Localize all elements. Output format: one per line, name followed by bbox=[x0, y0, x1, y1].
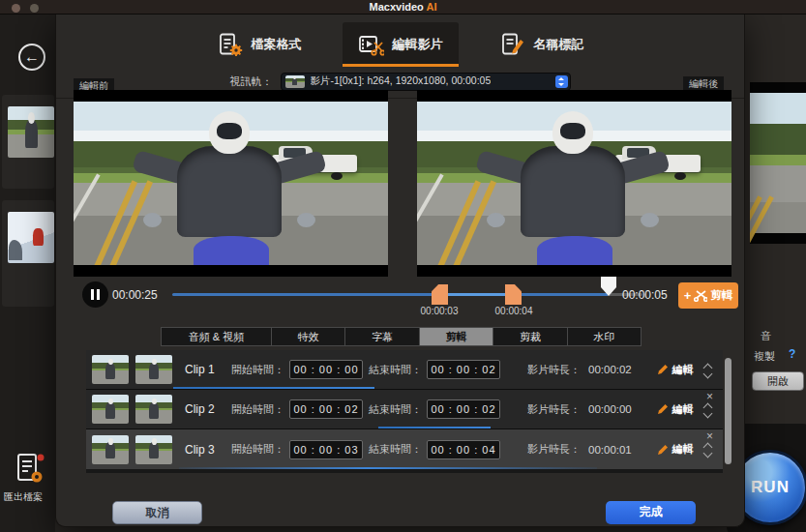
clip-frame-thumbnail bbox=[92, 395, 129, 424]
end-time-label: 結束時間： bbox=[369, 442, 422, 457]
clip-name: Clip 1 bbox=[185, 363, 231, 376]
pencil-icon bbox=[657, 403, 669, 415]
tab-subtitles[interactable]: 字幕 bbox=[344, 328, 418, 345]
tab-crop[interactable]: 剪裁 bbox=[493, 328, 566, 345]
video-track-label: 視訊軌： bbox=[230, 74, 273, 89]
reorder-controls bbox=[703, 401, 713, 419]
tab-audio-video[interactable]: 音頻 & 視頻 bbox=[162, 328, 271, 345]
video-frame bbox=[74, 102, 388, 265]
sidebar-clip-card-1[interactable] bbox=[2, 95, 54, 189]
edit-function-tabs: 音頻 & 視頻 特效 字幕 剪輯 剪裁 水印 bbox=[161, 327, 642, 346]
export-label: 匯出檔案 bbox=[0, 490, 55, 504]
cut-button[interactable]: + 剪輯 bbox=[678, 282, 738, 309]
clip-frame-thumbnail bbox=[135, 355, 172, 384]
video-frame bbox=[417, 102, 731, 265]
tab-file-format[interactable]: 檔案格式 bbox=[201, 22, 317, 67]
clip-frame-thumbnail bbox=[135, 435, 172, 464]
trim-end-handle[interactable] bbox=[505, 284, 522, 305]
track-value: 影片-1[0x1]: h264, 1920x1080, 00:00:05 bbox=[311, 74, 492, 88]
reorder-controls bbox=[703, 441, 713, 458]
export-file-icon[interactable] bbox=[15, 453, 45, 486]
reorder-controls bbox=[703, 362, 713, 379]
edit-clip-button[interactable]: 編輯 bbox=[657, 363, 694, 377]
tab-edit-video[interactable]: 編輯影片 bbox=[343, 22, 459, 67]
trim-start-time: 00:00:03 bbox=[410, 306, 468, 316]
track-thumbnail bbox=[285, 75, 305, 88]
clip-row-3[interactable]: Clip 3 開始時間： 00 : 00 : 03 結束時間： 00 : 00 … bbox=[86, 429, 723, 469]
video-track-dropdown[interactable]: 影片-1[0x1]: h264, 1920x1080, 00:00:05 bbox=[281, 73, 571, 91]
clip-thumbnail bbox=[8, 212, 54, 263]
cut-label: 剪輯 bbox=[710, 288, 732, 303]
duration-value: 00:00:02 bbox=[588, 364, 632, 375]
clip-frame-thumbnail bbox=[135, 395, 172, 424]
clip-row-2[interactable]: Clip 2 開始時間： 00 : 00 : 02 結束時間： 00 : 00 … bbox=[86, 390, 723, 429]
back-arrow-icon[interactable]: ← bbox=[18, 44, 45, 71]
timeline-slider[interactable] bbox=[172, 293, 642, 296]
start-time-input[interactable]: 00 : 00 : 00 bbox=[289, 360, 363, 379]
after-badge: 編輯後 bbox=[683, 76, 724, 91]
clipped-label: 音 bbox=[761, 329, 771, 343]
titlebar: Macxvideo AI bbox=[0, 0, 806, 15]
tab-label: 名稱標記 bbox=[534, 36, 584, 53]
end-time-label: 結束時間： bbox=[369, 363, 422, 377]
trim-end-time: 00:00:04 bbox=[485, 306, 543, 316]
clip-name: Clip 3 bbox=[185, 443, 231, 457]
pause-button[interactable] bbox=[82, 281, 108, 308]
background-player bbox=[750, 82, 806, 244]
done-button[interactable]: 完成 bbox=[606, 501, 696, 524]
plus-icon: + bbox=[684, 288, 692, 303]
file-format-icon bbox=[217, 33, 243, 56]
cancel-button[interactable]: 取消 bbox=[112, 501, 202, 524]
tab-label: 編輯影片 bbox=[393, 36, 443, 53]
open-folder-button[interactable]: 開啟 bbox=[752, 371, 804, 391]
sidebar: ← 匯出檔案 bbox=[0, 15, 55, 532]
move-down-icon[interactable] bbox=[703, 409, 713, 419]
pencil-icon bbox=[657, 364, 669, 375]
edit-video-icon bbox=[358, 33, 384, 56]
tab-effects[interactable]: 特效 bbox=[271, 328, 344, 345]
trim-start-handle[interactable] bbox=[432, 284, 448, 305]
tab-watermark[interactable]: 水印 bbox=[567, 328, 641, 345]
pencil-icon bbox=[657, 444, 669, 456]
clip-list-scrollbar[interactable] bbox=[725, 358, 731, 464]
start-time-label: 開始時間： bbox=[231, 402, 284, 417]
sidebar-clip-card-2[interactable] bbox=[2, 200, 54, 307]
start-time-input[interactable]: 00 : 00 : 03 bbox=[289, 440, 363, 459]
motorcyclist bbox=[417, 102, 731, 265]
clip-frame-thumbnail bbox=[92, 355, 129, 384]
tab-trim[interactable]: 剪輯 bbox=[419, 328, 493, 345]
help-icon[interactable]: ? bbox=[789, 347, 795, 361]
clip-frame-thumbnail bbox=[92, 435, 129, 464]
edit-video-dialog: 檔案格式 編輯影片 名稱標記 視訊軌 bbox=[55, 15, 745, 527]
edit-clip-button[interactable]: 編輯 bbox=[657, 442, 694, 457]
start-time-label: 開始時間： bbox=[231, 442, 284, 457]
duration-label: 影片時長： bbox=[527, 402, 581, 417]
duration-label: 影片時長： bbox=[527, 363, 581, 377]
clip-list: Clip 1 開始時間： 00 : 00 : 00 結束時間： 00 : 00 … bbox=[86, 350, 723, 473]
tab-name-tag[interactable]: 名稱標記 bbox=[484, 22, 600, 67]
duration-value: 00:00:01 bbox=[588, 444, 632, 456]
move-down-icon[interactable] bbox=[703, 449, 713, 458]
start-time-input[interactable]: 00 : 00 : 02 bbox=[289, 399, 363, 419]
name-tag-icon bbox=[499, 33, 525, 56]
preview-before-video bbox=[74, 90, 388, 277]
end-time-input[interactable]: 00 : 00 : 04 bbox=[427, 440, 500, 459]
app-title: Macxvideo AI bbox=[0, 1, 806, 13]
preview-after-video bbox=[417, 90, 731, 277]
current-time: 00:00:25 bbox=[112, 288, 158, 302]
motorcyclist bbox=[74, 102, 388, 265]
clip-row-1[interactable]: Clip 1 開始時間： 00 : 00 : 00 結束時間： 00 : 00 … bbox=[86, 350, 723, 390]
duration-label: 影片時長： bbox=[527, 442, 581, 457]
copy-label: 複製 bbox=[754, 349, 775, 364]
end-time-label: 結束時間： bbox=[369, 402, 422, 417]
total-time: 00:00:05 bbox=[622, 288, 668, 302]
end-time-input[interactable]: 00 : 00 : 02 bbox=[427, 399, 500, 419]
dropdown-stepper-icon[interactable] bbox=[555, 75, 568, 88]
edit-clip-button[interactable]: 編輯 bbox=[657, 402, 694, 417]
background-video-frame bbox=[750, 93, 806, 233]
duration-value: 00:00:00 bbox=[588, 403, 632, 415]
tab-label: 檔案格式 bbox=[252, 36, 302, 53]
end-time-input[interactable]: 00 : 00 : 02 bbox=[427, 360, 500, 379]
move-down-icon[interactable] bbox=[703, 369, 713, 379]
dialog-tabbar: 檔案格式 編輯影片 名稱標記 bbox=[56, 22, 744, 67]
